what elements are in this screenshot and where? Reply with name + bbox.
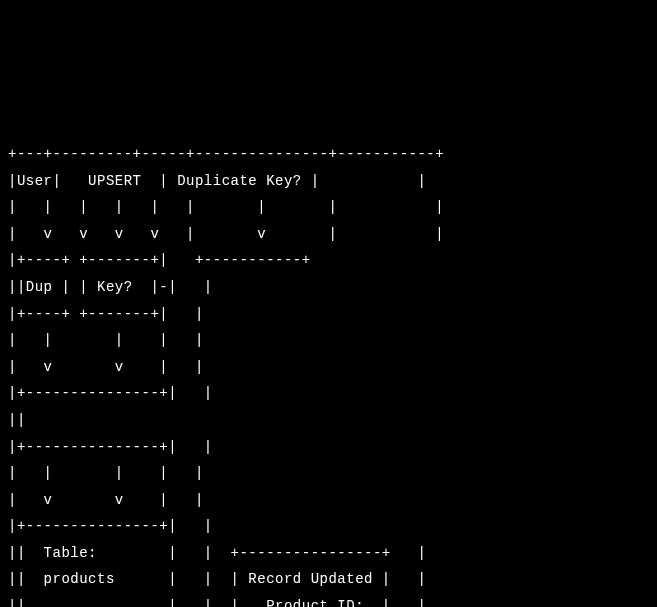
diagram-line: | v v | | [8,492,204,508]
diagram-line: || Table: | | +----------------+ | [8,545,426,561]
diagram-line: || products | | | Record Updated | | [8,571,426,587]
diagram-line: | | | | | [8,332,204,348]
diagram-line: |+---------------+| | [8,439,213,455]
diagram-line: |User| UPSERT | Duplicate Key? | | [8,173,426,189]
ascii-diagram: +---+---------+-----+---------------+---… [8,114,649,607]
diagram-line: | | | | | [8,465,204,481]
diagram-line: |+---------------+| | [8,385,213,401]
diagram-line: +---+---------+-----+---------------+---… [8,146,444,162]
diagram-line: | v v v v | v | | [8,226,444,242]
diagram-line: || [8,412,159,428]
diagram-line: | | | | | | | | | [8,199,444,215]
diagram-line: |+---------------+| | [8,518,213,534]
diagram-line: |+----+ +-------+| +-----------+ [8,252,311,268]
diagram-line: |+----+ +-------+| | [8,306,204,322]
diagram-line: | v v | | [8,359,204,375]
diagram-line: || | | | Product ID: | | [8,598,426,607]
diagram-line: ||Dup | | Key? |-| | [8,279,213,295]
